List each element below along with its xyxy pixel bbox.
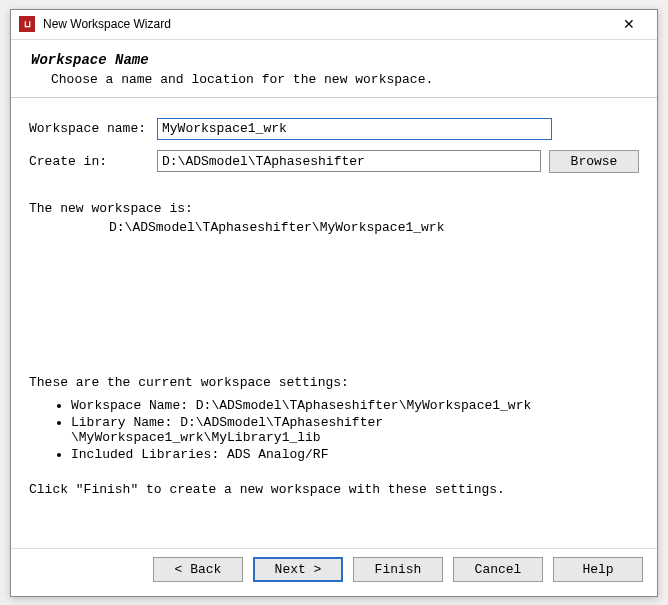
finish-note: Click "Finish" to create a new workspace… — [29, 482, 639, 497]
back-button[interactable]: < Back — [153, 557, 243, 582]
wizard-header: Workspace Name Choose a name and locatio… — [11, 40, 657, 98]
create-in-label: Create in: — [29, 154, 149, 169]
info-title: The new workspace is: — [29, 201, 639, 216]
close-button[interactable]: ✕ — [609, 9, 649, 39]
browse-button[interactable]: Browse — [549, 150, 639, 173]
wizard-window: ⊔ New Workspace Wizard ✕ Workspace Name … — [10, 9, 658, 597]
finish-button[interactable]: Finish — [353, 557, 443, 582]
page-title: Workspace Name — [31, 52, 637, 68]
window-title: New Workspace Wizard — [43, 17, 609, 31]
page-description: Choose a name and location for the new w… — [31, 72, 637, 87]
info-path: D:\ADSmodel\TAphaseshifter\MyWorkspace1_… — [29, 220, 639, 235]
create-in-row: Create in: Browse — [29, 150, 639, 173]
workspace-name-input[interactable] — [157, 118, 552, 140]
help-button[interactable]: Help — [553, 557, 643, 582]
cancel-button[interactable]: Cancel — [453, 557, 543, 582]
next-button[interactable]: Next > — [253, 557, 343, 582]
settings-title: These are the current workspace settings… — [29, 375, 639, 390]
titlebar: ⊔ New Workspace Wizard ✕ — [11, 10, 657, 40]
workspace-name-row: Workspace name: — [29, 118, 639, 140]
button-bar: < Back Next > Finish Cancel Help — [11, 548, 657, 596]
app-icon: ⊔ — [19, 16, 35, 32]
create-in-input[interactable] — [157, 150, 541, 172]
setting-library-name: Library Name: D:\ADSmodel\TAphaseshifter… — [71, 415, 639, 445]
setting-included-libs: Included Libraries: ADS Analog/RF — [71, 447, 639, 462]
settings-block: These are the current workspace settings… — [29, 375, 639, 497]
new-workspace-info: The new workspace is: D:\ADSmodel\TAphas… — [29, 201, 639, 235]
wizard-content: Workspace name: Create in: Browse The ne… — [11, 98, 657, 548]
settings-list: Workspace Name: D:\ADSmodel\TAphaseshift… — [29, 398, 639, 462]
setting-workspace-name: Workspace Name: D:\ADSmodel\TAphaseshift… — [71, 398, 639, 413]
workspace-name-label: Workspace name: — [29, 121, 149, 136]
